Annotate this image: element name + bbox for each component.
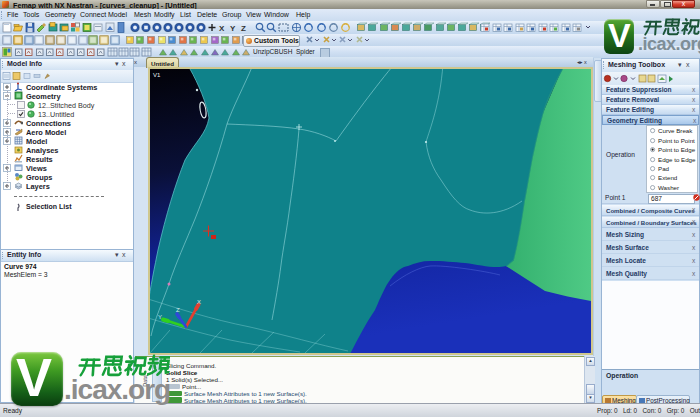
svg-text:Y: Y (158, 314, 162, 320)
svg-text:X: X (219, 24, 225, 33)
svg-text:Y: Y (230, 24, 236, 33)
svg-text:Z: Z (176, 307, 180, 313)
svg-text:X: X (197, 299, 201, 305)
svg-text:Z: Z (241, 24, 246, 33)
svg-text:V1: V1 (153, 72, 161, 78)
